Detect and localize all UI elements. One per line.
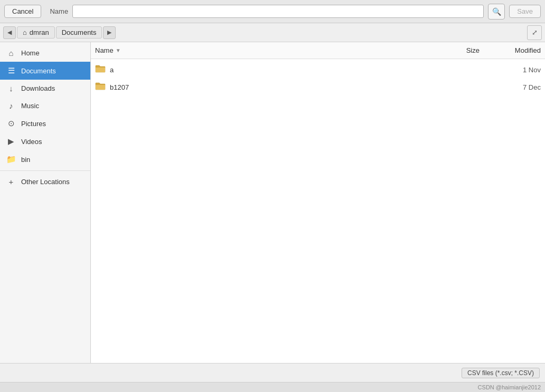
documents-sidebar-icon: ☰ [6, 66, 16, 75]
sidebar-label-documents: Documents [21, 67, 56, 75]
forward-button[interactable]: ▶ [103, 26, 116, 39]
other-locations-sidebar-icon: + [6, 177, 16, 186]
sidebar-label-downloads: Downloads [21, 84, 55, 92]
watermark-text: CSDN @haimianjie2012 [478, 384, 541, 390]
forward-icon: ▶ [107, 29, 111, 36]
sidebar-item-home[interactable]: ⌂ Home [0, 44, 90, 62]
sidebar-item-videos[interactable]: ▶ Videos [0, 132, 90, 150]
home-icon: ⌂ [23, 28, 27, 36]
sidebar-label-music: Music [21, 102, 39, 110]
column-name-label: Name [95, 46, 114, 54]
file-list: a 1 Nov b1207 7 Dec [91, 59, 545, 363]
breadcrumb-documents[interactable]: Documents [56, 26, 102, 39]
sort-arrow-icon: ▼ [116, 47, 121, 53]
sidebar-label-other-locations: Other Locations [21, 178, 70, 186]
name-label: Name [50, 7, 68, 15]
expand-icon: ⤢ [532, 28, 538, 36]
file-name: b1207 [110, 83, 446, 91]
watermark: CSDN @haimianjie2012 [0, 382, 545, 392]
videos-sidebar-icon: ▶ [6, 137, 16, 146]
breadcrumb-bar: ◀ ⌂ dmran Documents ▶ ⤢ [0, 23, 545, 42]
search-icon: 🔍 [492, 7, 501, 16]
sidebar-label-home: Home [21, 49, 40, 57]
cancel-button[interactable]: Cancel [4, 5, 41, 18]
file-browser: Name ▼ Size Modified a 1 No [91, 42, 545, 363]
sidebar-item-other-locations[interactable]: + Other Locations [0, 173, 90, 190]
breadcrumb-documents-label: Documents [62, 28, 97, 36]
sidebar-label-pictures: Pictures [21, 120, 46, 128]
top-bar: Cancel Name 🔍 Save [0, 0, 545, 23]
column-modified-label: Modified [515, 46, 541, 54]
bottom-bar: CSV files (*.csv; *.CSV) [0, 363, 545, 382]
sidebar-label-bin: bin [21, 156, 30, 164]
back-button[interactable]: ◀ [3, 26, 16, 39]
sidebar: ⌂ Home ☰ Documents ↓ Downloads ♪ Music ⊙… [0, 42, 91, 363]
file-modified: 1 Nov [488, 66, 541, 74]
table-row[interactable]: b1207 7 Dec [91, 79, 545, 96]
sidebar-item-pictures[interactable]: ⊙ Pictures [0, 114, 90, 132]
sidebar-item-bin[interactable]: 📁 bin [0, 150, 90, 168]
file-modified: 7 Dec [488, 83, 541, 91]
sidebar-item-music[interactable]: ♪ Music [0, 97, 90, 114]
folder-icon [95, 64, 106, 76]
breadcrumb-home-label: dmran [30, 28, 49, 36]
downloads-sidebar-icon: ↓ [6, 84, 16, 93]
expand-window-button[interactable]: ⤢ [527, 25, 542, 40]
home-sidebar-icon: ⌂ [6, 49, 16, 58]
sidebar-divider [0, 170, 90, 171]
main-content: ⌂ Home ☰ Documents ↓ Downloads ♪ Music ⊙… [0, 42, 545, 363]
search-button[interactable]: 🔍 [488, 4, 505, 20]
sidebar-item-documents[interactable]: ☰ Documents [0, 62, 90, 80]
sidebar-label-videos: Videos [21, 138, 42, 146]
column-name-header[interactable]: Name ▼ [95, 46, 446, 54]
pictures-sidebar-icon: ⊙ [6, 119, 16, 128]
filename-input[interactable] [72, 5, 484, 18]
bin-sidebar-icon: 📁 [6, 155, 16, 164]
table-row[interactable]: a 1 Nov [91, 61, 545, 79]
column-size-header[interactable]: Size [446, 46, 488, 54]
file-name: a [110, 66, 446, 74]
folder-icon [95, 81, 106, 93]
save-button[interactable]: Save [509, 5, 541, 18]
breadcrumb-home[interactable]: ⌂ dmran [17, 26, 55, 39]
music-sidebar-icon: ♪ [6, 101, 16, 110]
column-modified-header[interactable]: Modified [488, 46, 541, 54]
back-icon: ◀ [7, 29, 12, 36]
column-size-label: Size [466, 46, 480, 54]
filter-label: CSV files (*.csv; *.CSV) [462, 368, 540, 378]
column-headers: Name ▼ Size Modified [91, 42, 545, 59]
sidebar-item-downloads[interactable]: ↓ Downloads [0, 80, 90, 97]
